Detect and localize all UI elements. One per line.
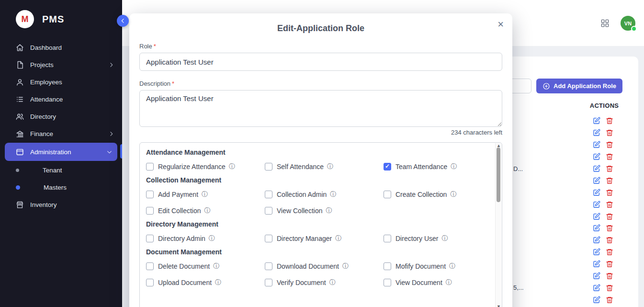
sidebar-item-employees[interactable]: Employees <box>0 73 122 91</box>
edit-icon[interactable] <box>593 260 600 268</box>
permission-option[interactable]: Directory Manager ⓘ <box>265 234 384 243</box>
checkbox[interactable] <box>265 235 272 242</box>
checkbox[interactable] <box>146 235 154 242</box>
role-field-label: Role* <box>139 43 502 50</box>
permission-option[interactable]: View Document ⓘ <box>384 278 488 287</box>
checkbox[interactable] <box>384 235 391 242</box>
checkbox[interactable] <box>265 279 272 286</box>
edit-icon[interactable] <box>593 177 600 184</box>
sidebar-subitem-masters[interactable]: Masters <box>0 179 122 196</box>
checkbox[interactable] <box>265 207 272 215</box>
permission-option[interactable]: Verify Document ⓘ <box>265 278 384 287</box>
checkbox[interactable] <box>146 207 154 215</box>
permission-option[interactable]: Collection Admin ⓘ <box>265 190 384 199</box>
delete-icon[interactable] <box>606 201 613 208</box>
delete-icon[interactable] <box>606 284 613 292</box>
permission-option[interactable]: Self Attendance ⓘ <box>265 162 384 171</box>
home-icon <box>16 44 24 52</box>
permission-option[interactable]: Mofify Document ⓘ <box>384 262 488 271</box>
edit-icon[interactable] <box>593 117 600 125</box>
delete-icon[interactable] <box>606 236 613 244</box>
checkbox[interactable] <box>384 279 391 286</box>
info-icon: ⓘ <box>215 278 221 287</box>
edit-icon[interactable] <box>593 201 600 208</box>
sidebar-collapse-button[interactable] <box>117 15 129 27</box>
delete-icon[interactable] <box>606 117 613 125</box>
permission-option[interactable]: Add Payment ⓘ <box>146 190 265 199</box>
permission-option[interactable]: View Collection ⓘ <box>265 206 384 215</box>
table-row <box>513 139 623 151</box>
delete-icon[interactable] <box>606 213 613 220</box>
description-textarea[interactable]: Application Test User <box>139 90 502 127</box>
permission-option[interactable]: Delete Document ⓘ <box>146 262 265 271</box>
permission-option[interactable]: Create Collection ⓘ <box>384 190 488 199</box>
scrollbar-thumb[interactable] <box>497 148 500 202</box>
role-input[interactable] <box>139 53 502 71</box>
edit-icon[interactable] <box>593 141 600 148</box>
checkbox[interactable] <box>384 191 391 198</box>
edit-icon[interactable] <box>593 165 600 172</box>
delete-icon[interactable] <box>606 153 613 160</box>
edit-icon[interactable] <box>593 284 600 292</box>
edit-icon[interactable] <box>593 213 600 220</box>
checkbox[interactable] <box>384 262 391 270</box>
person-icon <box>16 78 24 86</box>
sidebar-item-finance[interactable]: Finance <box>0 125 122 142</box>
checkbox[interactable] <box>384 163 391 171</box>
actions-column-header: ACTIONS <box>586 102 622 109</box>
sidebar-subitem-label: Masters <box>44 184 67 191</box>
sidebar-item-dashboard[interactable]: Dashboard <box>0 39 122 56</box>
permission-option[interactable]: Directory Admin ⓘ <box>146 234 265 243</box>
sidebar-item-attendance[interactable]: Attendance <box>0 91 122 108</box>
permission-option[interactable]: Regularize Attendance ⓘ <box>146 162 265 171</box>
edit-icon[interactable] <box>593 296 600 304</box>
delete-icon[interactable] <box>606 272 613 280</box>
sidebar-item-projects[interactable]: Projects <box>0 56 122 73</box>
sidebar-item-inventory[interactable]: Inventory <box>0 196 122 213</box>
checkbox[interactable] <box>146 262 154 270</box>
edit-icon[interactable] <box>593 236 600 244</box>
delete-icon[interactable] <box>606 141 613 148</box>
avatar[interactable]: VN <box>621 16 635 31</box>
scroll-down-icon[interactable]: ▼ <box>496 304 502 307</box>
delete-icon[interactable] <box>606 189 613 196</box>
permission-option[interactable]: Upload Document ⓘ <box>146 278 265 287</box>
edit-icon[interactable] <box>593 153 600 160</box>
edit-icon[interactable] <box>593 248 600 256</box>
edit-icon[interactable] <box>593 129 600 136</box>
permission-option[interactable]: Team Attendance ⓘ <box>384 162 488 171</box>
delete-icon[interactable] <box>606 129 613 136</box>
edit-icon[interactable] <box>593 224 600 232</box>
edit-icon[interactable] <box>593 272 600 280</box>
add-application-role-button[interactable]: Add Application Role <box>536 79 622 93</box>
checkbox[interactable] <box>146 191 154 198</box>
checkbox[interactable] <box>146 279 154 286</box>
apps-grid-icon[interactable] <box>600 19 610 29</box>
app-logo: M PMS <box>0 0 122 35</box>
permission-option[interactable]: Directory User ⓘ <box>384 234 488 243</box>
delete-icon[interactable] <box>606 224 613 232</box>
sidebar-item-administration[interactable]: Administration <box>5 143 117 161</box>
delete-icon[interactable] <box>606 296 613 304</box>
card-icon <box>16 148 24 156</box>
permission-option[interactable]: Download Document ⓘ <box>265 262 384 271</box>
sidebar-subitem-tenant[interactable]: Tenant <box>0 161 122 179</box>
checkbox[interactable] <box>265 163 272 171</box>
permission-option[interactable]: Edit Collection ⓘ <box>146 206 265 215</box>
roles-table-rows: D... 5,... <box>513 115 623 306</box>
delete-icon[interactable] <box>606 177 613 184</box>
sidebar-item-label: Projects <box>30 61 54 68</box>
app-title: PMS <box>42 14 64 25</box>
edit-icon[interactable] <box>593 189 600 196</box>
delete-icon[interactable] <box>606 260 613 268</box>
delete-icon[interactable] <box>606 248 613 256</box>
checkbox[interactable] <box>146 163 154 171</box>
sidebar: M PMS Dashboard Projects Employees Atten… <box>0 0 122 307</box>
sidebar-item-directory[interactable]: Directory <box>0 108 122 125</box>
scrollbar[interactable]: ▲ ▼ <box>495 143 501 307</box>
close-icon[interactable]: × <box>497 19 504 30</box>
checkbox[interactable] <box>265 191 272 198</box>
permission-section-attendance: Attendance Management Regularize Attenda… <box>146 148 488 171</box>
delete-icon[interactable] <box>606 165 613 172</box>
checkbox[interactable] <box>265 262 272 270</box>
